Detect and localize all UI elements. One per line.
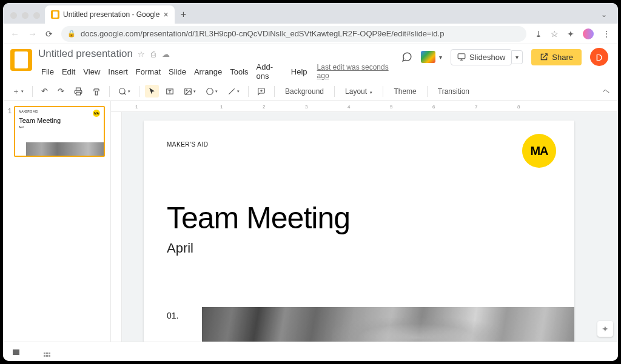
menu-arrange[interactable]: Arrange <box>191 66 225 78</box>
explore-button[interactable]: ✦ <box>597 321 613 337</box>
undo-button[interactable]: ↶ <box>38 84 51 98</box>
main-area: 1 MAKER'S AID MA Team Meeting April 1 1 … <box>3 101 618 342</box>
cloud-status-icon[interactable]: ☁ <box>162 50 170 59</box>
install-app-icon[interactable]: ⤓ <box>535 29 542 39</box>
theme-button[interactable]: Theme <box>389 85 421 98</box>
profile-avatar[interactable] <box>583 28 594 39</box>
select-tool[interactable] <box>145 85 159 98</box>
address-bar[interactable]: 🔒 docs.google.com/presentation/d/1RL3H9c… <box>61 26 526 42</box>
slide-canvas[interactable]: MAKER'S AID MA Team Meeting April 01. <box>144 121 574 342</box>
browser-actions: ⤓ ☆ ✦ ⋮ <box>535 28 611 39</box>
svg-text:1: 1 <box>135 104 138 110</box>
svg-point-5 <box>119 88 125 93</box>
bookmark-icon[interactable]: ☆ <box>551 29 559 39</box>
share-button[interactable]: Share <box>531 49 582 65</box>
menu-format[interactable]: Format <box>133 66 164 78</box>
vertical-ruler[interactable] <box>111 112 122 342</box>
image-tool[interactable]: ▾ <box>181 85 199 98</box>
textbox-tool[interactable] <box>163 85 177 98</box>
svg-text:1: 1 <box>220 104 223 110</box>
canvas-area: 1 1 2 3 4 5 6 7 8 9 <box>111 101 618 342</box>
browser-tab[interactable]: Untitled presentation - Google × <box>45 5 175 24</box>
move-icon[interactable]: ⎙ <box>151 50 156 59</box>
line-tool[interactable]: ▾ <box>224 85 243 98</box>
comment-history-button[interactable] <box>401 51 412 62</box>
bottom-bar <box>3 342 618 361</box>
back-button[interactable]: ← <box>10 28 19 39</box>
new-tab-button[interactable]: + <box>175 5 192 24</box>
shape-tool[interactable]: ▾ <box>203 85 221 98</box>
slide-company-text[interactable]: MAKER'S AID <box>167 141 209 148</box>
svg-text:8: 8 <box>517 104 520 110</box>
slideshow-button[interactable]: Slideshow <box>451 49 512 65</box>
new-slide-button[interactable]: ＋▾ <box>9 84 27 99</box>
svg-line-6 <box>124 93 126 94</box>
tab-title: Untitled presentation - Google <box>63 10 159 19</box>
close-window-button[interactable] <box>10 12 17 19</box>
comment-button[interactable] <box>254 85 269 98</box>
collapse-toolbar-button[interactable]: ヘ <box>600 84 612 98</box>
reload-button[interactable]: ⟳ <box>45 29 53 39</box>
slideshow-dropdown[interactable]: ▾ <box>512 50 523 64</box>
paint-format-button[interactable] <box>89 85 104 98</box>
redo-button[interactable]: ↷ <box>55 84 67 98</box>
forward-button[interactable]: → <box>28 28 37 39</box>
slide-number: 1 <box>8 106 12 157</box>
last-edit-link[interactable]: Last edit was seconds ago <box>317 63 395 80</box>
slide-thumbnail-1[interactable]: 1 MAKER'S AID MA Team Meeting April <box>8 106 106 157</box>
extensions-icon[interactable]: ✦ <box>567 29 574 39</box>
grid-view-button[interactable] <box>44 346 50 357</box>
thumb-image <box>26 142 104 156</box>
transition-button[interactable]: Transition <box>433 85 474 98</box>
horizontal-ruler[interactable]: 1 1 2 3 4 5 6 7 8 9 <box>111 101 618 112</box>
layout-button[interactable]: Layout ▾ <box>340 85 377 98</box>
svg-point-10 <box>207 88 213 94</box>
svg-text:6: 6 <box>432 104 435 110</box>
svg-text:2: 2 <box>263 104 266 110</box>
filmstrip-view-button[interactable] <box>13 347 19 357</box>
svg-text:4: 4 <box>347 104 351 110</box>
menu-addons[interactable]: Add-ons <box>253 61 286 82</box>
meet-button[interactable] <box>421 51 435 63</box>
thumb-company: MAKER'S AID <box>15 107 104 116</box>
filmstrip[interactable]: 1 MAKER'S AID MA Team Meeting April <box>3 101 111 342</box>
menu-insert[interactable]: Insert <box>105 66 131 78</box>
browser-menu-button[interactable]: ⋮ <box>602 29 611 39</box>
slide-subtitle-text[interactable]: April <box>167 240 193 256</box>
slide-page-number[interactable]: 01. <box>167 311 178 320</box>
svg-text:5: 5 <box>390 104 393 110</box>
background-button[interactable]: Background <box>280 85 329 98</box>
minimize-window-button[interactable] <box>22 12 29 19</box>
close-tab-button[interactable]: × <box>163 10 168 19</box>
slide-logo[interactable]: MA <box>522 134 556 168</box>
slides-logo-icon[interactable] <box>10 49 32 71</box>
tabs-chevron-down-icon[interactable]: ⌄ <box>601 10 613 24</box>
svg-text:7: 7 <box>475 104 478 110</box>
window-controls <box>8 12 45 24</box>
star-icon[interactable]: ☆ <box>138 50 145 59</box>
meet-dropdown[interactable]: ▾ <box>439 54 442 61</box>
menu-help[interactable]: Help <box>288 66 310 78</box>
menu-view[interactable]: View <box>80 66 103 78</box>
svg-text:3: 3 <box>305 104 308 110</box>
menu-file[interactable]: File <box>38 66 57 78</box>
browser-addressbar: ← → ⟳ 🔒 docs.google.com/presentation/d/1… <box>3 24 618 44</box>
menu-tools[interactable]: Tools <box>227 66 251 78</box>
slide-title-text[interactable]: Team Meeting <box>167 200 350 236</box>
user-avatar[interactable]: D <box>590 48 608 66</box>
toolbar: ＋▾ ↶ ↷ ▾ ▾ ▾ ▾ <box>3 82 618 101</box>
menu-slide[interactable]: Slide <box>166 66 189 78</box>
slides-favicon-icon <box>51 10 59 19</box>
slideshow-label: Slideshow <box>469 53 505 62</box>
browser-tabbar: Untitled presentation - Google × + ⌄ <box>3 3 618 24</box>
canvas-viewport[interactable]: MAKER'S AID MA Team Meeting April 01. ✦ <box>122 112 618 342</box>
menu-edit[interactable]: Edit <box>59 66 78 78</box>
maximize-window-button[interactable] <box>33 12 40 19</box>
document-title[interactable]: Untitled presentation <box>38 48 133 60</box>
slide-image[interactable] <box>202 307 574 342</box>
lock-icon: 🔒 <box>67 30 76 38</box>
print-button[interactable] <box>71 85 86 98</box>
zoom-button[interactable]: ▾ <box>115 85 133 98</box>
svg-point-9 <box>186 90 187 91</box>
app-header: Untitled presentation ☆ ⎙ ☁ File Edit Vi… <box>3 44 618 82</box>
